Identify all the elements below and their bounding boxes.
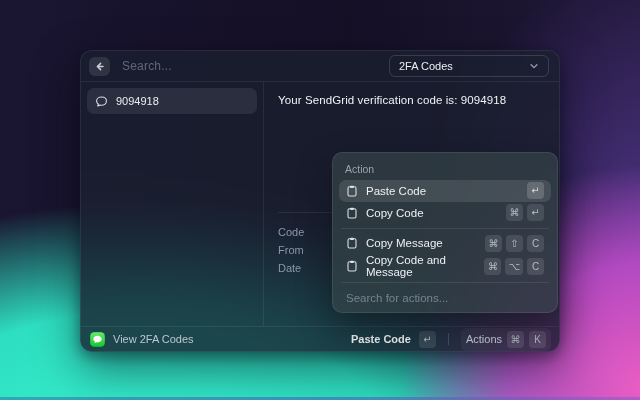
back-button[interactable] bbox=[89, 57, 110, 76]
return-key-badge: ↵ bbox=[419, 331, 436, 348]
shift-key-badge: ⇧ bbox=[506, 235, 523, 252]
action-label: Copy Code and Message bbox=[366, 254, 476, 278]
status-bar: View 2FA Codes Paste Code ↵ Actions ⌘ K bbox=[81, 327, 559, 351]
extension-dropdown[interactable]: 2FA Codes bbox=[389, 55, 549, 77]
messages-app-icon bbox=[90, 332, 105, 347]
search-input[interactable]: Search... bbox=[122, 59, 172, 73]
option-key-badge: ⌥ bbox=[505, 258, 523, 275]
c-key-badge: C bbox=[527, 235, 544, 252]
list-item[interactable]: 9094918 bbox=[87, 88, 257, 114]
message-bubble-icon bbox=[95, 95, 108, 108]
clipboard-icon bbox=[346, 207, 358, 219]
action-item-paste-code[interactable]: Paste Code ↵ bbox=[339, 180, 551, 202]
actions-label: Actions bbox=[466, 333, 502, 345]
action-panel: Action Paste Code ↵ Copy Code ⌘ ↵ Copy M… bbox=[332, 152, 558, 313]
cmd-key-badge: ⌘ bbox=[484, 258, 501, 275]
header: Search... 2FA Codes bbox=[81, 51, 559, 81]
clipboard-icon bbox=[346, 185, 358, 197]
action-search-divider bbox=[341, 282, 549, 283]
action-item-copy-code[interactable]: Copy Code ⌘ ↵ bbox=[339, 202, 551, 224]
cmd-key-badge: ⌘ bbox=[507, 331, 524, 348]
action-label: Paste Code bbox=[366, 185, 426, 197]
actions-button[interactable]: Actions ⌘ K bbox=[461, 328, 551, 351]
list-item-label: 9094918 bbox=[116, 95, 159, 107]
k-key-badge: K bbox=[529, 331, 546, 348]
clipboard-icon bbox=[346, 237, 358, 249]
statusbar-separator bbox=[448, 333, 449, 345]
cmd-key-badge: ⌘ bbox=[506, 204, 523, 221]
c-key-badge: C bbox=[527, 258, 544, 275]
arrow-left-icon bbox=[94, 61, 105, 72]
dropdown-value: 2FA Codes bbox=[399, 60, 453, 72]
chevron-down-icon bbox=[529, 61, 539, 71]
message-preview: Your SendGrid verification code is: 9094… bbox=[278, 94, 545, 106]
command-title: View 2FA Codes bbox=[113, 333, 194, 345]
return-key-badge: ↵ bbox=[527, 204, 544, 221]
action-label: Copy Message bbox=[366, 237, 443, 249]
return-key-badge: ↵ bbox=[527, 182, 544, 199]
action-section-title: Action bbox=[345, 163, 545, 175]
action-item-copy-message[interactable]: Copy Message ⌘ ⇧ C bbox=[339, 232, 551, 254]
action-group-divider bbox=[341, 228, 549, 229]
cmd-key-badge: ⌘ bbox=[485, 235, 502, 252]
clipboard-icon bbox=[346, 260, 358, 272]
action-label: Copy Code bbox=[366, 207, 424, 219]
primary-action-label[interactable]: Paste Code bbox=[351, 333, 411, 345]
action-item-copy-code-and-message[interactable]: Copy Code and Message ⌘ ⌥ C bbox=[339, 254, 551, 278]
action-search-input[interactable]: Search for actions... bbox=[339, 287, 551, 306]
list-panel: 9094918 bbox=[81, 82, 263, 326]
